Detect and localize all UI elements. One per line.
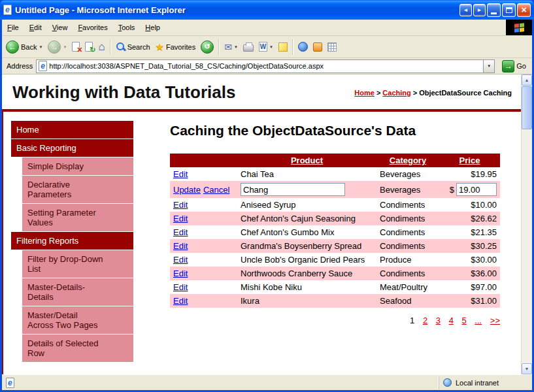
- edit-link[interactable]: Edit: [173, 200, 188, 210]
- close-button[interactable]: ×: [517, 3, 531, 17]
- scrollbar-up-button[interactable]: ▲: [522, 74, 532, 86]
- vertical-scrollbar[interactable]: ▲ ▼: [521, 74, 532, 374]
- pager-page-link[interactable]: 3: [436, 316, 441, 325]
- breadcrumb-separator: >: [376, 89, 380, 97]
- sort-price-link[interactable]: Price: [459, 155, 480, 165]
- menu-favorites[interactable]: Favorites: [73, 20, 112, 35]
- edit-link[interactable]: Edit: [173, 241, 188, 251]
- sort-product-link[interactable]: Product: [291, 155, 323, 165]
- category-cell: Beverages: [376, 181, 439, 198]
- edit-link[interactable]: Edit: [173, 227, 188, 237]
- product-name-input[interactable]: [241, 183, 345, 196]
- scrollbar-track[interactable]: [522, 130, 532, 363]
- breadcrumb-caching-link[interactable]: Caching: [382, 89, 410, 97]
- sidebar-item-master-details-details[interactable]: Master-Details-Details: [22, 278, 133, 306]
- edit-link[interactable]: Edit: [173, 255, 188, 265]
- menu-edit[interactable]: Edit: [24, 20, 47, 35]
- edit-link[interactable]: Edit: [173, 169, 188, 179]
- research-button[interactable]: [310, 37, 325, 57]
- notes-icon: [278, 42, 288, 52]
- title-nav-forward-button[interactable]: ►: [473, 4, 486, 16]
- product-cell: Chef Anton's Cajun Seasoning: [237, 212, 376, 225]
- refresh-button[interactable]: ↻: [82, 37, 95, 57]
- cancel-link[interactable]: Cancel: [203, 185, 229, 195]
- sort-category-link[interactable]: Category: [390, 155, 426, 165]
- sidebar-section-filtering-reports[interactable]: Filtering Reports: [11, 232, 133, 250]
- menu-tools[interactable]: Tools: [113, 20, 141, 35]
- site-header: Working with Data Tutorials Home>Caching…: [2, 74, 521, 109]
- category-cell: Beverages: [376, 167, 439, 181]
- edit-link[interactable]: Edit: [173, 296, 188, 306]
- sidebar-section-basic-reporting[interactable]: Basic Reporting: [11, 139, 133, 157]
- breadcrumb-home-link[interactable]: Home: [354, 89, 375, 97]
- favorites-star-icon: ★: [156, 42, 164, 52]
- product-cell: Northwoods Cranberry Sauce: [237, 267, 376, 280]
- go-button[interactable]: → Go: [498, 60, 530, 73]
- menu-view[interactable]: View: [47, 20, 73, 35]
- messenger-button[interactable]: [295, 37, 310, 57]
- grid-tool-button[interactable]: [325, 37, 339, 57]
- table-row: Edit Ikura Seafood $31.00: [170, 294, 500, 308]
- back-button[interactable]: ← Back ▼: [3, 37, 45, 57]
- price-input[interactable]: [456, 183, 497, 196]
- site-title: Working with Data Tutorials: [12, 82, 235, 103]
- products-grid: Product Category Price Edit Chai Tea Bev…: [170, 154, 500, 308]
- pager-page-link[interactable]: 4: [449, 316, 454, 325]
- search-button[interactable]: Search: [113, 37, 153, 57]
- forward-button[interactable]: → ▼: [45, 37, 69, 57]
- title-bar[interactable]: e Untitled Page - Microsoft Internet Exp…: [0, 0, 534, 20]
- page-body: Home Basic Reporting Simple Display Decl…: [2, 112, 521, 374]
- table-row: Edit Uncle Bob's Organic Dried Pears Pro…: [170, 253, 500, 267]
- edit-in-word-button[interactable]: W ▼: [256, 37, 276, 57]
- home-button[interactable]: ⌂: [95, 37, 107, 57]
- pager-ellipsis-link[interactable]: ...: [475, 316, 482, 325]
- pager-last-link[interactable]: >>: [490, 316, 500, 325]
- sidebar-item-setting-parameter-values[interactable]: Setting Parameter Values: [22, 204, 133, 232]
- pager-page-link[interactable]: 5: [461, 316, 466, 325]
- notes-button[interactable]: [276, 37, 290, 57]
- favorites-button[interactable]: ★ Favorites: [153, 37, 199, 57]
- minimize-button[interactable]: [487, 3, 501, 17]
- menu-spacer: [165, 20, 506, 35]
- sidebar-item-master-detail-across-two-pages[interactable]: Master/Detail Across Two Pages: [22, 306, 133, 335]
- pager-page-link[interactable]: 2: [423, 316, 427, 325]
- sidebar-item-home[interactable]: Home: [11, 121, 133, 139]
- currency-symbol: $: [450, 185, 454, 195]
- menu-file[interactable]: File: [2, 20, 24, 35]
- category-cell: Condiments: [376, 198, 439, 212]
- grid-icon: [327, 42, 337, 52]
- price-cell: $10.00: [439, 198, 500, 212]
- address-page-icon: e: [39, 61, 47, 71]
- table-row: Edit Chef Anton's Gumbo Mix Condiments $…: [170, 225, 500, 239]
- mail-button[interactable]: ✉ ▼: [222, 37, 241, 57]
- sidebar-item-filter-by-drop-down-list[interactable]: Filter by Drop-Down List: [22, 250, 133, 278]
- sidebar-nav: Home Basic Reporting Simple Display Decl…: [11, 121, 133, 374]
- maximize-button[interactable]: [502, 3, 516, 17]
- address-dropdown-button[interactable]: ▼: [483, 60, 494, 73]
- address-label: Address: [4, 62, 33, 70]
- search-label: Search: [127, 43, 150, 51]
- edit-link[interactable]: Edit: [173, 269, 188, 278]
- table-row: Edit Chai Tea Beverages $19.95: [170, 167, 500, 181]
- address-url-text: http://localhost:3038/ASPNET_Data_Tutori…: [49, 62, 481, 70]
- grid-header-row: Product Category Price: [170, 154, 500, 167]
- edit-link[interactable]: Edit: [173, 214, 188, 223]
- main-content: Caching the ObjectDataSource's Data Prod…: [133, 112, 521, 374]
- address-input[interactable]: e http://localhost:3038/ASPNET_Data_Tuto…: [36, 59, 495, 73]
- scrollbar-down-button[interactable]: ▼: [522, 363, 532, 374]
- menu-help[interactable]: Help: [140, 20, 165, 35]
- edit-link[interactable]: Edit: [173, 282, 188, 292]
- history-button[interactable]: ↺: [198, 37, 216, 57]
- stop-button[interactable]: ✕: [69, 37, 82, 57]
- title-nav-back-button[interactable]: ◄: [459, 4, 472, 16]
- sidebar-item-details-of-selected-row[interactable]: Details of Selected Row: [22, 335, 133, 363]
- sidebar-item-simple-display[interactable]: Simple Display: [22, 157, 133, 176]
- scrollbar-thumb[interactable]: [522, 86, 532, 129]
- update-link[interactable]: Update: [173, 185, 201, 195]
- search-icon: [116, 42, 125, 52]
- status-bar: e Local intranet: [2, 374, 532, 390]
- back-dropdown-icon[interactable]: ▼: [39, 45, 42, 49]
- sidebar-item-declarative-parameters[interactable]: Declarative Parameters: [22, 176, 133, 204]
- print-button[interactable]: [241, 37, 256, 57]
- category-cell: Produce: [376, 253, 439, 267]
